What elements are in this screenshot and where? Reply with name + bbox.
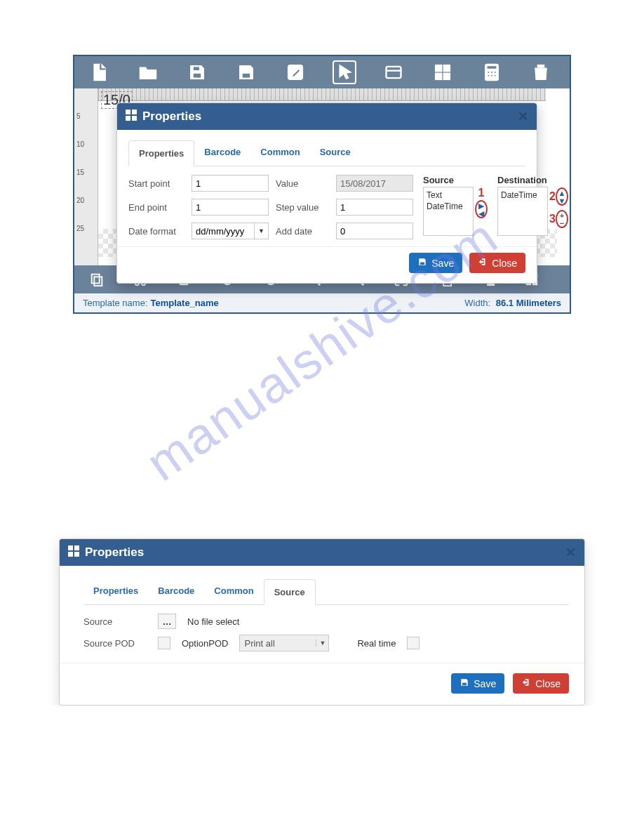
dialog-title: Properties (142, 110, 201, 124)
move-right-button[interactable]: ▶◀ (475, 200, 488, 218)
width-label: Width: (464, 298, 490, 308)
svg-rect-49 (462, 683, 467, 686)
svg-rect-47 (68, 552, 73, 557)
tab-source[interactable]: Source (310, 140, 361, 166)
svg-rect-1 (193, 73, 201, 78)
add-remove-button[interactable]: +− (556, 210, 568, 228)
tab2-properties[interactable]: Properties (83, 578, 148, 604)
copy-icon[interactable] (87, 270, 107, 289)
save-button-label: Save (431, 258, 454, 269)
dialog-header: Properties ✕ (117, 103, 537, 130)
dialog2-header: Properties ✕ (60, 539, 584, 566)
no-file-text: No file select (187, 616, 239, 627)
list-item[interactable]: Text (427, 190, 470, 201)
plus-icon: + (560, 213, 564, 218)
svg-rect-20 (132, 110, 137, 114)
real-time-label: Real time (357, 638, 396, 649)
ruler-mark: 15 (76, 168, 84, 176)
svg-point-14 (494, 71, 496, 73)
tab-properties[interactable]: Properties (128, 140, 194, 166)
ruler-mark: 5 (76, 112, 81, 120)
open-folder-icon[interactable] (136, 60, 160, 84)
save-button-2[interactable]: Save (451, 673, 504, 694)
horizontal-ruler (98, 88, 546, 101)
close-button-2-label: Close (535, 678, 561, 689)
source-listbox[interactable]: Text DateTime (423, 187, 474, 236)
apps-icon[interactable] (431, 60, 455, 84)
status-bar: Template name: Template_name Width: 86.1… (74, 293, 570, 312)
callout-3: 3 (549, 213, 556, 225)
close-button-2[interactable]: Close (513, 673, 569, 694)
form-icon[interactable] (382, 60, 405, 84)
close-button[interactable]: Close (469, 253, 525, 273)
value-input (336, 175, 413, 192)
callout-2: 2 (549, 190, 556, 203)
svg-rect-24 (92, 274, 100, 284)
option-pod-value: Print all (240, 638, 316, 649)
new-file-icon[interactable] (87, 60, 111, 84)
list-item[interactable]: DateTime (501, 190, 544, 201)
dialog2-close-icon[interactable]: ✕ (565, 545, 576, 560)
svg-rect-6 (436, 65, 442, 72)
step-value-label: Step value (276, 202, 329, 213)
move-up-down-button[interactable]: ▲▼ (556, 187, 568, 206)
source-pod-checkbox[interactable] (158, 637, 170, 649)
svg-rect-8 (436, 73, 442, 79)
svg-rect-4 (387, 67, 401, 78)
calculator-icon[interactable] (480, 60, 504, 84)
canvas-area[interactable]: 5 10 15 20 25 15/0 Properties ✕ (74, 88, 570, 265)
end-point-label: End point (128, 202, 185, 213)
edit-icon[interactable] (283, 60, 307, 84)
tab2-source[interactable]: Source (264, 579, 316, 605)
tab-common[interactable]: Common (250, 140, 309, 166)
step-value-input[interactable] (336, 199, 413, 216)
svg-rect-25 (94, 277, 102, 286)
start-point-label: Start point (128, 178, 185, 189)
pointer-icon[interactable] (333, 60, 356, 84)
list-item[interactable]: DateTime (427, 201, 470, 212)
save-button[interactable]: Save (409, 253, 462, 273)
trash-icon[interactable] (529, 60, 553, 84)
svg-rect-23 (420, 263, 424, 265)
properties-dialog-2: Properties ✕ Properties Barcode Common S… (59, 538, 585, 706)
date-format-select[interactable] (192, 223, 255, 239)
source-column-header: Source (423, 175, 488, 185)
date-format-caret-icon[interactable]: ▼ (255, 223, 269, 239)
add-date-input[interactable] (336, 223, 413, 239)
svg-rect-22 (132, 116, 137, 121)
svg-rect-46 (74, 545, 79, 550)
triangle-down-icon: ▼ (558, 198, 565, 204)
triangle-up-icon: ▲ (558, 190, 565, 196)
real-time-checkbox[interactable] (407, 637, 420, 649)
tab-barcode[interactable]: Barcode (194, 140, 250, 166)
svg-rect-18 (537, 65, 544, 68)
triangle-right-icon: ▶ (478, 203, 484, 208)
svg-rect-19 (126, 110, 130, 114)
dialog-close-icon[interactable]: ✕ (518, 109, 528, 124)
save-icon[interactable] (185, 60, 209, 84)
svg-point-15 (488, 74, 490, 77)
save-disk-icon (417, 257, 427, 269)
option-pod-label: OptionPOD (182, 638, 228, 649)
svg-point-17 (494, 74, 496, 77)
template-name-value: Template_name (151, 298, 219, 308)
tab2-common[interactable]: Common (204, 578, 263, 604)
exit-icon (478, 257, 488, 269)
end-point-input[interactable] (192, 199, 269, 216)
destination-listbox[interactable]: DateTime (497, 187, 548, 236)
dropdown-caret-icon: ▼ (316, 640, 328, 647)
browse-button[interactable]: … (158, 614, 176, 629)
ruler-mark: 25 (76, 225, 84, 232)
svg-rect-48 (74, 552, 79, 557)
save-disk-icon (459, 677, 469, 689)
start-point-input[interactable] (192, 175, 269, 192)
save-as-icon[interactable] (234, 60, 258, 84)
option-pod-select[interactable]: Print all ▼ (239, 635, 329, 651)
close-button-label: Close (492, 258, 517, 269)
ruler-mark: 20 (76, 197, 84, 204)
properties-dialog: Properties ✕ Properties Barcode Common S… (116, 102, 537, 284)
tab2-barcode[interactable]: Barcode (148, 578, 204, 604)
date-format-label: Date format (128, 226, 185, 237)
exit-icon (521, 677, 531, 689)
svg-rect-2 (242, 73, 250, 78)
